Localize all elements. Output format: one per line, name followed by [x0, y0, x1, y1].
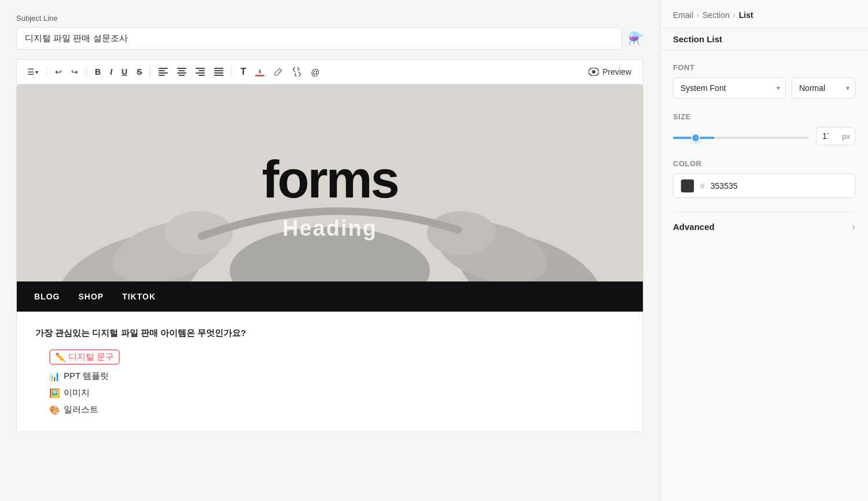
advanced-row[interactable]: Advanced › — [673, 212, 855, 241]
advanced-label: Advanced — [673, 222, 715, 232]
breadcrumb-section[interactable]: Section — [703, 10, 730, 20]
list-item-emoji-2: 🖼️ — [49, 388, 60, 398]
list-item-selected-0[interactable]: ✏️ 디지털 문구 — [49, 349, 120, 365]
color-label: Color — [673, 159, 855, 168]
right-panel: Email › Section › List Section List Font… — [660, 0, 868, 501]
font-section: Font System Font Arial Georgia Helvetica… — [673, 63, 855, 98]
nav-item-shop[interactable]: SHOP — [78, 292, 104, 301]
hero-brand-text: forms — [262, 150, 398, 210]
hero-section: forms Heading — [17, 85, 643, 281]
color-fill-button[interactable] — [252, 65, 268, 79]
subject-line-input[interactable] — [16, 27, 622, 50]
toolbar-separator-1 — [46, 66, 47, 78]
breadcrumb-list[interactable]: List — [739, 10, 753, 20]
flask-icon[interactable]: ⚗️ — [628, 31, 643, 46]
underline-button[interactable]: U — [118, 65, 131, 79]
svg-rect-0 — [159, 68, 168, 69]
question-text: 가장 관심있는 디지털 파일 판매 아이템은 무엇인가요? — [35, 328, 624, 339]
svg-rect-12 — [214, 68, 223, 69]
svg-rect-5 — [179, 70, 185, 71]
undo-button[interactable]: ↩ — [52, 65, 65, 79]
size-slider-wrapper — [673, 131, 809, 141]
strikethrough-button[interactable]: S — [133, 65, 145, 79]
svg-point-23 — [164, 211, 233, 255]
list-item-0[interactable]: ✏️ 디지털 문구 — [49, 349, 624, 365]
font-family-select[interactable]: System Font Arial Georgia Helvetica Time… — [673, 78, 786, 98]
toolbar: ☰ ▾ ↩ ↪ B I U S T — [16, 59, 643, 84]
properties-panel: Font System Font Arial Georgia Helvetica… — [660, 50, 868, 501]
hero-heading-overlay: Heading — [282, 216, 377, 241]
svg-rect-9 — [198, 70, 205, 71]
list-item-2[interactable]: 🖼️ 이미지 — [49, 387, 624, 398]
font-family-wrapper: System Font Arial Georgia Helvetica Time… — [673, 78, 786, 98]
svg-rect-4 — [177, 68, 186, 69]
bold-button[interactable]: B — [91, 65, 104, 79]
section-list-tab: Section List — [660, 28, 868, 50]
svg-rect-15 — [214, 75, 223, 76]
svg-rect-3 — [159, 75, 165, 76]
list-item-emoji-3: 🎨 — [49, 405, 60, 415]
redo-button[interactable]: ↪ — [68, 65, 82, 79]
svg-rect-14 — [214, 72, 223, 74]
svg-point-26 — [427, 211, 496, 255]
align-left-button[interactable] — [155, 65, 171, 78]
highlight-button[interactable] — [270, 65, 286, 79]
mention-button[interactable]: @ — [307, 65, 323, 79]
nav-item-tiktok[interactable]: TIKTOK — [122, 292, 156, 301]
color-value-input[interactable] — [711, 181, 848, 191]
link-button[interactable] — [289, 65, 305, 79]
svg-rect-2 — [159, 72, 168, 74]
svg-rect-11 — [198, 75, 205, 76]
breadcrumb: Email › Section › List — [660, 0, 868, 28]
nav-bar: BLOG SHOP TIKTOK — [17, 281, 643, 312]
body-content: 가장 관심있는 디지털 파일 판매 아이템은 무엇인가요? ✏️ 디지털 문구 … — [17, 312, 643, 431]
color-swatch[interactable] — [681, 179, 694, 193]
size-label: Size — [673, 112, 855, 121]
svg-rect-10 — [196, 72, 205, 74]
align-justify-button[interactable] — [211, 65, 227, 78]
size-number-input[interactable] — [816, 127, 841, 145]
preview-label: Preview — [602, 67, 631, 76]
svg-rect-1 — [159, 70, 165, 71]
svg-point-19 — [592, 70, 595, 74]
color-section: Color # — [673, 159, 855, 198]
italic-button[interactable]: I — [106, 65, 116, 79]
color-row[interactable]: # — [673, 174, 855, 198]
list-button[interactable]: ☰ ▾ — [24, 65, 42, 79]
svg-rect-8 — [196, 68, 205, 69]
font-size-button[interactable]: T — [237, 64, 249, 79]
editor-panel: Subject Line ⚗️ ☰ ▾ ↩ ↪ B I U S T — [0, 0, 660, 501]
toolbar-separator-3 — [150, 66, 150, 78]
font-style-select[interactable]: Normal Bold Italic Bold Italic — [792, 78, 855, 98]
size-row: px — [673, 127, 855, 145]
breadcrumb-sep-2: › — [733, 11, 735, 19]
toolbar-separator-2 — [86, 66, 87, 78]
subject-line-row: ⚗️ — [16, 27, 643, 50]
font-style-wrapper: Normal Bold Italic Bold Italic ▾ — [792, 78, 855, 98]
list-item-emoji-0: ✏️ — [55, 352, 66, 363]
list-item-text-2: 이미지 — [64, 387, 90, 398]
align-center-button[interactable] — [174, 65, 190, 78]
size-input-wrapper: px — [816, 127, 855, 145]
color-hash: # — [700, 181, 705, 191]
list-item-3[interactable]: 🎨 일러스트 — [49, 404, 624, 415]
list-item-text-1: PPT 템플릿 — [64, 371, 109, 382]
list-items: ✏️ 디지털 문구 📊 PPT 템플릿 🖼️ 이미지 🎨 일러스 — [35, 349, 624, 415]
preview-button[interactable]: Preview — [584, 65, 636, 79]
list-item-1[interactable]: 📊 PPT 템플릿 — [49, 371, 624, 382]
font-row: System Font Arial Georgia Helvetica Time… — [673, 78, 855, 98]
font-label: Font — [673, 63, 855, 72]
svg-rect-6 — [177, 72, 186, 74]
align-right-button[interactable] — [192, 65, 208, 78]
content-area: forms Heading BLOG SHOP TIKTOK 가장 관심있는 디… — [16, 84, 643, 432]
svg-rect-13 — [214, 70, 223, 71]
list-item-text-0: 디지털 문구 — [68, 352, 114, 363]
nav-item-blog[interactable]: BLOG — [34, 292, 60, 301]
toolbar-separator-4 — [231, 66, 232, 78]
breadcrumb-sep-1: › — [697, 11, 699, 19]
breadcrumb-email[interactable]: Email — [673, 10, 693, 20]
list-item-text-3: 일러스트 — [64, 404, 98, 415]
size-slider[interactable] — [673, 137, 809, 139]
advanced-chevron: › — [852, 221, 855, 233]
size-section: Size px — [673, 112, 855, 145]
